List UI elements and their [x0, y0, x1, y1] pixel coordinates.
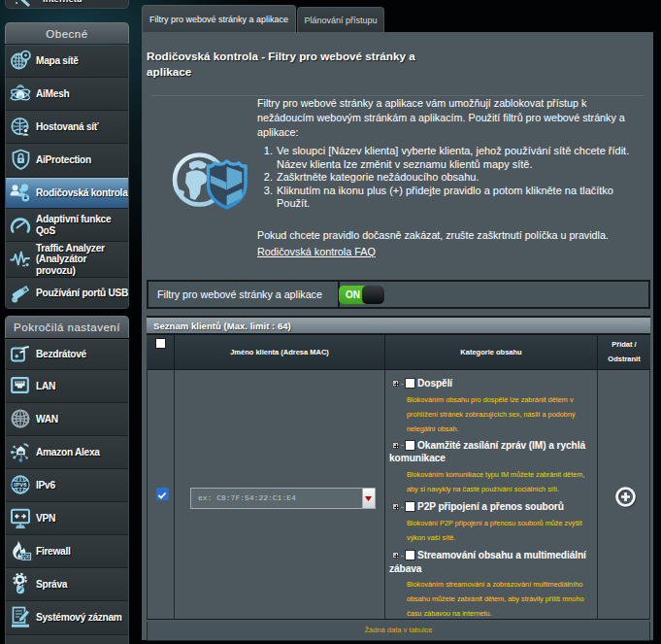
svg-text:IPV6: IPV6	[14, 481, 26, 487]
